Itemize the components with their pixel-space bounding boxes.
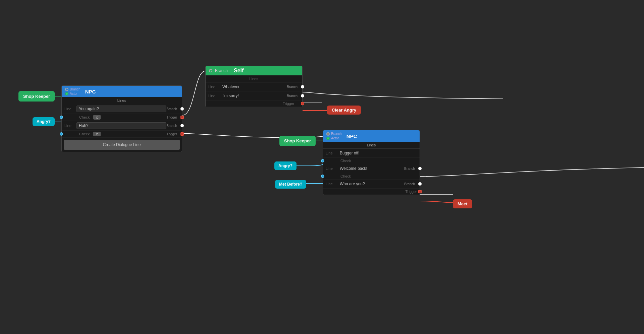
npc-right-line-val-2: Welcome back! [338, 165, 404, 172]
branch-port-label-2: Branch [166, 124, 177, 128]
self-branch-label: Branch [215, 68, 228, 73]
check-port-left-1[interactable] [60, 116, 63, 119]
actor-port-left[interactable] [65, 92, 68, 95]
npc-right-header: Branch Actor NPC [323, 130, 420, 142]
self-node: Branch Self Lines Line Whatever Branch L… [205, 66, 303, 107]
self-line-row-2: Line I'm sorry! Branch [206, 91, 302, 101]
npc-left-title: NPC [85, 89, 96, 94]
angry-right-node[interactable]: Angry? [274, 161, 297, 170]
shopkeeper-left-node[interactable]: Shop Keeper [18, 91, 55, 102]
line-label-2: Line [64, 124, 76, 128]
check-badge-1[interactable]: x [93, 115, 101, 120]
npc-right-check-port-1[interactable] [321, 159, 324, 162]
npc-right-line-3: Line Who are you? Branch [323, 180, 420, 189]
npc-left-section: Lines [62, 97, 182, 104]
shopkeeper-right-node[interactable]: Shop Keeper [279, 136, 316, 146]
self-line-value-1: Whatever [220, 84, 287, 90]
line-row-1: Line Branch [62, 104, 182, 114]
clear-angry-node[interactable]: Clear Angry [327, 106, 361, 115]
npc-right-branch-label-2: Branch [404, 167, 415, 171]
npc-node-right: Branch Actor NPC Lines Line Bugger off! … [323, 130, 420, 195]
npc-right-line-val-3: Who are you? [338, 181, 404, 187]
check-badge-2[interactable]: x [93, 132, 101, 136]
trigger-label-2: Trigger [167, 132, 177, 136]
create-dialogue-btn[interactable]: Create Dialogue Line [64, 140, 180, 150]
check-row-1: Check x Trigger [62, 114, 182, 121]
check-row-2: Check x Trigger [62, 131, 182, 138]
npc-right-section: Lines [323, 142, 420, 149]
line-label-1: Line [64, 107, 76, 111]
self-branch-port-in[interactable] [209, 69, 212, 72]
meet-label: Meet [458, 201, 468, 206]
npc-right-branch-port-3[interactable] [418, 182, 422, 186]
met-before-label: Met Before? [279, 182, 302, 187]
npc-right-check-port-2[interactable] [321, 175, 324, 178]
npc-right-line-1: Line Bugger off! [323, 149, 420, 158]
line-input-2[interactable] [76, 122, 166, 129]
trigger-port-1[interactable] [180, 116, 184, 119]
self-branch-port-label-1: Branch [287, 85, 298, 89]
shopkeeper-right-label: Shop Keeper [284, 138, 311, 143]
check-label-1: Check [79, 115, 93, 119]
branch-port-left[interactable] [65, 88, 68, 91]
npc-right-check-label-2: Check [340, 174, 355, 178]
check-port-left-2[interactable] [60, 132, 63, 136]
npc-right-line-val-1: Bugger off! [338, 150, 417, 156]
trigger-label-1: Trigger [167, 116, 177, 119]
trigger-port-2[interactable] [180, 132, 184, 136]
branch-port-label-1: Branch [166, 107, 177, 111]
npc-right-check-row-2: Check [323, 173, 420, 180]
self-line-row-1: Line Whatever Branch [206, 82, 302, 91]
line-row-2: Line Branch [62, 121, 182, 131]
branch-port-out-1[interactable] [180, 107, 184, 111]
npc-right-trigger-port[interactable] [418, 190, 422, 193]
shopkeeper-left-label: Shop Keeper [23, 94, 50, 99]
self-branch-port-out-1[interactable] [301, 85, 304, 88]
npc-right-actor-label: Actor [331, 136, 339, 140]
branch-port-out-2[interactable] [180, 124, 184, 127]
angry-right-label: Angry? [278, 163, 292, 168]
npc-right-line-label-1: Line [326, 151, 338, 155]
npc-left-header: Branch Actor NPC [62, 86, 182, 97]
meet-node[interactable]: Meet [453, 199, 472, 208]
npc-right-trigger-label: Trigger [406, 190, 417, 194]
npc-right-branch-port-2[interactable] [418, 167, 422, 170]
npc-right-trigger-row: Trigger [323, 189, 420, 195]
npc-right-check-label-1: Check [340, 159, 355, 163]
npc-right-line-label-2: Line [326, 166, 338, 171]
check-label-2: Check [79, 132, 93, 136]
self-section: Lines [206, 75, 302, 82]
self-title: Self [234, 68, 244, 74]
self-branch-port-label-2: Branch [287, 94, 298, 98]
self-branch-port-out-2[interactable] [301, 94, 304, 97]
self-trigger-row: Trigger [206, 101, 302, 107]
self-line-label-1: Line [208, 85, 220, 89]
branch-label-left: Branch [70, 87, 80, 91]
npc-right-line-2: Line Welcome back! Branch [323, 164, 420, 173]
npc-right-check-row-1: Check [323, 158, 420, 164]
met-before-node[interactable]: Met Before? [275, 180, 306, 189]
self-header: Branch Self [206, 66, 302, 75]
self-line-value-2: I'm sorry! [220, 93, 287, 99]
self-trigger-port[interactable] [301, 102, 304, 105]
line-input-1[interactable] [76, 106, 166, 112]
npc-node-left: Branch Actor NPC Lines Line Branch Check… [61, 85, 182, 152]
actor-label-left: Actor [70, 92, 77, 95]
npc-right-branch-label: Branch [331, 132, 342, 136]
npc-right-actor-port[interactable] [326, 137, 330, 140]
npc-right-title: NPC [346, 133, 357, 139]
self-line-label-2: Line [208, 94, 220, 98]
angry-left-label: Angry? [37, 119, 51, 124]
self-trigger-label: Trigger [283, 102, 300, 106]
angry-left-node[interactable]: Angry? [33, 117, 55, 126]
npc-right-branch-port-in[interactable] [326, 132, 330, 136]
clear-angry-label: Clear Angry [332, 108, 356, 113]
npc-right-branch-label-3: Branch [404, 182, 415, 186]
npc-right-line-label-3: Line [326, 182, 338, 186]
